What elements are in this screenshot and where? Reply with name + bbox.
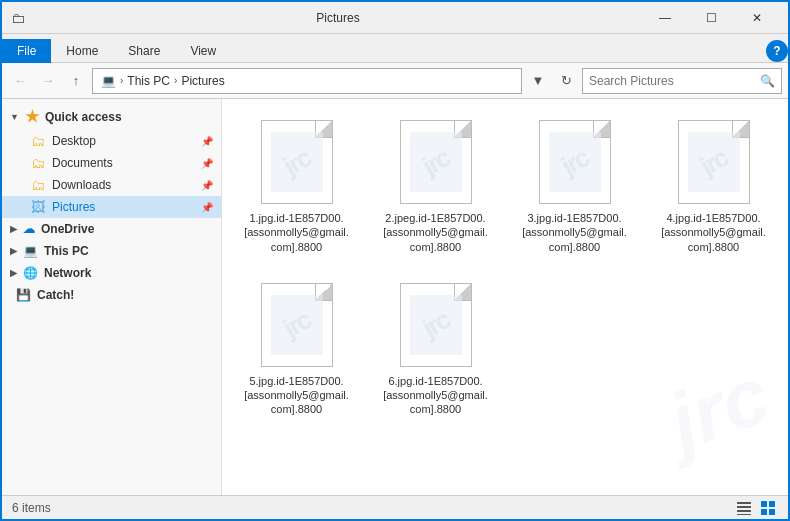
svg-rect-2: [737, 510, 751, 512]
catch-icon: 💾: [16, 288, 31, 302]
sidebar-network[interactable]: ▶ 🌐 Network: [2, 262, 221, 284]
pin-icon: 📌: [201, 158, 213, 169]
sidebar-item-downloads[interactable]: 🗂 Downloads 📌: [2, 174, 221, 196]
file-icon: jrc: [674, 117, 754, 207]
file-page: jrc: [539, 120, 611, 204]
window-icon: 🗀: [10, 10, 26, 26]
file-icon: jrc: [535, 117, 615, 207]
refresh-button[interactable]: ↻: [554, 69, 578, 93]
chevron-icon: ▶: [10, 246, 17, 256]
tab-share[interactable]: Share: [113, 39, 175, 63]
large-icons-view-button[interactable]: [758, 498, 778, 518]
file-page-inner: jrc: [271, 295, 323, 355]
file-item[interactable]: jrc 1.jpg.id-1E857D00.[assonmolly5@gmail…: [232, 109, 361, 262]
svg-rect-7: [769, 509, 775, 515]
window-title: Pictures: [34, 11, 642, 25]
svg-rect-6: [761, 509, 767, 515]
path-icon: 💻: [101, 74, 116, 88]
thispc-icon: 💻: [23, 244, 38, 258]
file-name: 1.jpg.id-1E857D00.[assonmolly5@gmail.com…: [242, 211, 352, 254]
status-bar: 6 items: [2, 495, 788, 519]
file-page: jrc: [678, 120, 750, 204]
file-item[interactable]: jrc 6.jpg.id-1E857D00.[assonmolly5@gmail…: [371, 272, 500, 425]
item-count: 6 items: [12, 501, 51, 515]
desktop-folder-icon: 🗂: [30, 133, 46, 149]
file-name: 5.jpg.id-1E857D00.[assonmolly5@gmail.com…: [242, 374, 352, 417]
sidebar-item-downloads-label: Downloads: [52, 178, 111, 192]
file-name: 3.jpg.id-1E857D00.[assonmolly5@gmail.com…: [520, 211, 630, 254]
pin-icon: 📌: [201, 202, 213, 213]
sidebar-item-documents[interactable]: 🗂 Documents 📌: [2, 152, 221, 174]
files-grid: jrc 1.jpg.id-1E857D00.[assonmolly5@gmail…: [232, 109, 778, 425]
sidebar-catch[interactable]: 💾 Catch!: [2, 284, 221, 306]
tab-view[interactable]: View: [175, 39, 231, 63]
file-page: jrc: [261, 120, 333, 204]
svg-rect-4: [761, 501, 767, 507]
sidebar-quick-access-header[interactable]: ▼ ★ Quick access: [2, 103, 221, 130]
close-button[interactable]: ✕: [734, 2, 780, 34]
quick-access-label: Quick access: [45, 110, 122, 124]
file-icon: jrc: [396, 117, 476, 207]
file-item[interactable]: jrc 4.jpg.id-1E857D00.[assonmolly5@gmail…: [649, 109, 778, 262]
search-box[interactable]: 🔍: [582, 68, 782, 94]
onedrive-label: OneDrive: [41, 222, 94, 236]
sidebar-onedrive[interactable]: ▶ ☁ OneDrive: [2, 218, 221, 240]
file-icon: jrc: [257, 117, 337, 207]
details-view-button[interactable]: [734, 498, 754, 518]
file-page: jrc: [400, 283, 472, 367]
file-page-inner: jrc: [410, 132, 462, 192]
sidebar-item-pictures-label: Pictures: [52, 200, 95, 214]
tab-file[interactable]: File: [2, 39, 51, 63]
file-item[interactable]: jrc 2.jpeg.id-1E857D00.[assonmolly5@gmai…: [371, 109, 500, 262]
back-button[interactable]: ←: [8, 69, 32, 93]
file-page-inner: jrc: [410, 295, 462, 355]
ribbon-tabs: File Home Share View ?: [2, 34, 788, 62]
file-item[interactable]: jrc 5.jpg.id-1E857D00.[assonmolly5@gmail…: [232, 272, 361, 425]
network-label: Network: [44, 266, 91, 280]
sidebar-item-documents-label: Documents: [52, 156, 113, 170]
pictures-folder-icon: 🖼: [30, 199, 46, 215]
title-bar: 🗀 Pictures — ☐ ✕: [2, 2, 788, 34]
file-page-inner: jrc: [271, 132, 323, 192]
file-name: 2.jpeg.id-1E857D00.[assonmolly5@gmail.co…: [381, 211, 491, 254]
file-explorer-window: 🗀 Pictures — ☐ ✕ File Home Share View ? …: [0, 0, 790, 521]
file-name: 4.jpg.id-1E857D00.[assonmolly5@gmail.com…: [659, 211, 769, 254]
svg-rect-0: [737, 502, 751, 504]
tab-home[interactable]: Home: [51, 39, 113, 63]
ribbon: File Home Share View ?: [2, 34, 788, 63]
sidebar-item-pictures[interactable]: 🖼 Pictures 📌: [2, 196, 221, 218]
sidebar: ▼ ★ Quick access 🗂 Desktop 📌 🗂 Documents…: [2, 99, 222, 495]
file-item[interactable]: jrc 3.jpg.id-1E857D00.[assonmolly5@gmail…: [510, 109, 639, 262]
svg-rect-3: [737, 514, 751, 515]
search-input[interactable]: [589, 74, 756, 88]
maximize-button[interactable]: ☐: [688, 2, 734, 34]
thispc-label: This PC: [44, 244, 89, 258]
search-icon: 🔍: [760, 74, 775, 88]
onedrive-icon: ☁: [23, 222, 35, 236]
up-button[interactable]: ↑: [64, 69, 88, 93]
address-path[interactable]: 💻 › This PC › Pictures: [92, 68, 522, 94]
title-bar-controls: — ☐ ✕: [642, 2, 780, 34]
sidebar-item-desktop-label: Desktop: [52, 134, 96, 148]
file-page: jrc: [261, 283, 333, 367]
file-icon: jrc: [257, 280, 337, 370]
chevron-icon: ▶: [10, 268, 17, 278]
file-page: jrc: [400, 120, 472, 204]
downloads-folder-icon: 🗂: [30, 177, 46, 193]
network-icon: 🌐: [23, 266, 38, 280]
svg-rect-1: [737, 506, 751, 508]
chevron-icon: ▼: [10, 112, 19, 122]
pin-icon: 📌: [201, 180, 213, 191]
catch-label: Catch!: [37, 288, 74, 302]
forward-button[interactable]: →: [36, 69, 60, 93]
sidebar-thispc[interactable]: ▶ 💻 This PC: [2, 240, 221, 262]
star-icon: ★: [25, 107, 39, 126]
minimize-button[interactable]: —: [642, 2, 688, 34]
file-page-inner: jrc: [688, 132, 740, 192]
path-pictures: Pictures: [181, 74, 224, 88]
dropdown-button[interactable]: ▼: [526, 69, 550, 93]
sidebar-item-desktop[interactable]: 🗂 Desktop 📌: [2, 130, 221, 152]
view-buttons: [734, 498, 778, 518]
help-button[interactable]: ?: [766, 40, 788, 62]
main-content: ▼ ★ Quick access 🗂 Desktop 📌 🗂 Documents…: [2, 99, 788, 495]
